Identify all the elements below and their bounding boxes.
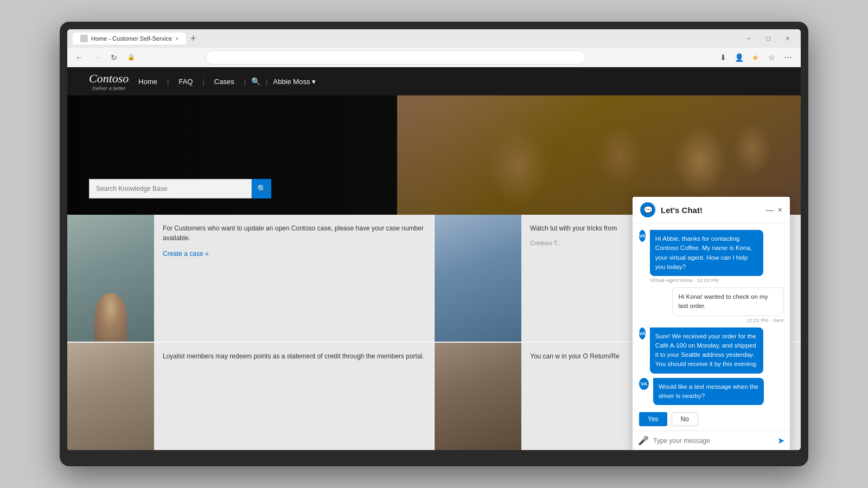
laptop-shell: Home - Customer Self-Service × + − □ × ←… [60,22,808,466]
chat-message-3: VA Sure! We received your order for the … [639,328,783,374]
agent-avatar-3: VA [639,328,646,339]
card-cases-person-image [67,215,154,342]
address-bar[interactable] [206,50,585,65]
card-cases-image [67,215,154,342]
maximize-button[interactable]: □ [761,34,776,43]
laptop-screen: Home - Customer Self-Service × + − □ × ←… [67,29,801,450]
refresh-button[interactable]: ↻ [107,51,120,64]
msg-text-1: Hi Abbie, thanks for contacting Contoso … [655,235,752,270]
chat-title: Let's Chat! [661,206,761,215]
chat-messages-list: VA Hi Abbie, thanks for contacting Conto… [633,223,790,408]
browser-tab-area: Home - Customer Self-Service × + [73,33,737,44]
chat-message-4: VA Would like a text message when the dr… [639,378,783,408]
knowledge-base-search-input[interactable] [89,179,252,198]
msg-bubble-3: Sure! We received your order for the Caf… [650,328,763,374]
site-logo[interactable]: Contoso [89,72,129,85]
tab-favicon-icon [80,35,88,42]
window-controls: − □ × [741,34,795,43]
chat-message-input[interactable] [653,437,773,445]
profile-icon[interactable]: 👤 [732,50,746,65]
card-cases-body: For Customers who want to update an open… [154,215,433,342]
nav-home-link[interactable]: Home [129,78,167,86]
card-tutorials-tablet-image [435,215,521,342]
site-nav: Contoso Deliver a better Home | FAQ | Ca… [67,67,801,95]
chat-minimize-button[interactable]: — [766,206,774,214]
nav-user-label: Abbie Moss ▾ [273,78,316,86]
agent-avatar-1: VA [639,230,646,242]
new-tab-button[interactable]: + [187,33,200,44]
lock-icon: 🔒 [125,51,138,64]
msg-text-4: Would like a text message when the drive… [659,383,758,399]
card-loyalist: Loyalist members may redeem points as a … [67,343,433,450]
hero-search-bar: 🔍 [89,179,271,198]
site-logo-container: Contoso Deliver a better [89,72,129,91]
quick-reply-yes-button[interactable]: Yes [639,412,667,426]
browser-tab[interactable]: Home - Customer Self-Service × [73,33,186,44]
msg-text-3: Sure! We received your order for the Caf… [655,333,758,368]
chat-header-controls: — × [766,206,782,214]
forward-button: → [90,51,103,64]
card-returns-coffee-image [435,343,521,450]
chat-widget: 💬 Let's Chat! — × VA Hi Abbie, thank [633,197,790,450]
chat-attach-icon[interactable]: 🎤 [638,435,649,446]
card-returns-image [435,343,521,450]
card-loyalist-body: Loyalist members may redeem points as a … [154,343,433,450]
chat-input-area: 🎤 ➤ [633,431,790,450]
create-case-link[interactable]: Create a case » [163,250,209,258]
browser-titlebar: Home - Customer Self-Service × + − □ × [67,29,801,48]
card-tutorials-image [435,215,521,342]
chat-message-1: VA Hi Abbie, thanks for contacting Conto… [639,230,783,283]
browser-chrome: Home - Customer Self-Service × + − □ × ←… [67,29,801,67]
msg-bubble-4: Would like a text message when the drive… [653,378,764,406]
nav-search-icon[interactable]: 🔍 [246,77,266,86]
site-logo-subtitle: Deliver a better [89,86,129,91]
msg-bubble-2: Hi Kona! wanted to check on my last orde… [672,287,783,316]
agent-avatar-4: VA [639,378,649,390]
extensions-icon[interactable]: ☆ [765,50,779,65]
website: Contoso Deliver a better Home | FAQ | Ca… [67,67,801,450]
close-button[interactable]: × [780,34,795,43]
browser-menu-icon[interactable]: ⋯ [781,50,795,65]
chat-send-button[interactable]: ➤ [777,435,784,446]
chat-bot-icon: 💬 [640,202,655,217]
nav-user-menu[interactable]: Abbie Moss ▾ [267,78,321,86]
card-cases: For Customers who want to update an open… [67,215,433,342]
toolbar-icons: ⬇ 👤 ★ ☆ ⋯ [716,50,795,65]
nav-cases-link[interactable]: Cases [205,78,244,86]
search-btn-icon: 🔍 [257,184,266,193]
msg-content-3: Sure! We received your order for the Caf… [650,328,783,374]
msg-meta-1: Virtual Agent Kona · 12:23 PM [650,277,783,283]
nav-faq-link[interactable]: FAQ [169,78,202,86]
tab-title: Home - Customer Self-Service [91,35,172,42]
msg-meta-2: 12:23 PM · Sent [653,317,783,323]
minimize-button[interactable]: − [741,34,756,43]
msg-content-1: Hi Abbie, thanks for contacting Contoso … [650,230,783,283]
chat-quick-replies: Yes No [633,408,790,431]
download-icon[interactable]: ⬇ [716,50,730,65]
chat-close-button[interactable]: × [778,206,782,214]
quick-reply-no-button[interactable]: No [672,412,698,426]
tab-close-button[interactable]: × [175,36,178,42]
card-loyalist-laptop-image [67,343,154,450]
card-cases-text: For Customers who want to update an open… [163,223,425,243]
msg-content-4: Would like a text message when the drive… [653,378,783,408]
browser-toolbar: ← → ↻ 🔒 ⬇ 👤 ★ ☆ ⋯ [67,48,801,67]
card-loyalist-text: Loyalist members may redeem points as a … [163,351,425,361]
knowledge-base-search-button[interactable]: 🔍 [252,179,271,198]
favorites-icon[interactable]: ★ [749,50,763,65]
msg-text-2: Hi Kona! wanted to check on my last orde… [678,293,768,309]
card-loyalist-image [67,343,154,450]
chat-message-2: Hi Kona! wanted to check on my last orde… [639,287,783,323]
msg-bubble-1: Hi Abbie, thanks for contacting Contoso … [650,230,763,276]
chat-header: 💬 Let's Chat! — × [633,197,790,223]
back-button[interactable]: ← [73,51,86,64]
msg-content-2: Hi Kona! wanted to check on my last orde… [653,287,783,323]
site-nav-links: Home | FAQ | Cases | 🔍 | Abbie Moss ▾ [129,77,321,86]
